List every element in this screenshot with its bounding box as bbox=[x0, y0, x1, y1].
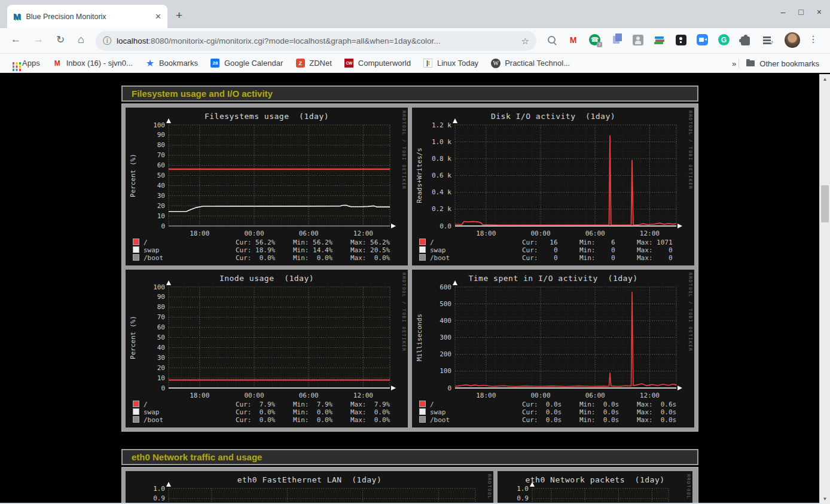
legend-swatch-icon bbox=[419, 246, 426, 253]
section-title: eth0 Network traffic and usage bbox=[132, 452, 262, 462]
books-icon[interactable] bbox=[653, 33, 666, 46]
legend-max: Max: 0.6s bbox=[637, 401, 694, 408]
svg-text:12:00: 12:00 bbox=[353, 392, 373, 399]
legend-row: /bootCur: 0Min: 0Max: 0 bbox=[419, 254, 692, 262]
series-swap bbox=[169, 205, 390, 211]
star-icon: ★ bbox=[145, 59, 155, 68]
legend-name: swap bbox=[419, 408, 522, 416]
browser-tab[interactable]: M Blue Precision Monitorix ✕ bbox=[7, 5, 167, 28]
legend-cur: Cur: 0.0% bbox=[236, 408, 293, 416]
rrdtool-credit: RRDTOOL / TOBI OETIKER bbox=[686, 474, 691, 504]
section-header: Filesystem usage and I/O activity bbox=[121, 85, 698, 102]
svg-text:100: 100 bbox=[153, 283, 165, 291]
legend-min: Min: 0.0s bbox=[579, 408, 637, 416]
svg-text:0.6 k: 0.6 k bbox=[432, 172, 451, 179]
svg-text:100: 100 bbox=[440, 367, 451, 375]
x-axis-arrow-icon bbox=[678, 224, 682, 228]
grammarly-icon[interactable]: G bbox=[718, 33, 730, 46]
legend-swatch-icon bbox=[419, 254, 426, 261]
legend-min: Min: 0.0s bbox=[579, 416, 637, 424]
person-icon[interactable] bbox=[631, 33, 644, 46]
calendar-icon: 28 bbox=[210, 59, 220, 68]
legend-min: Min: 0 bbox=[579, 254, 637, 262]
svg-text:06:00: 06:00 bbox=[299, 392, 319, 399]
bookmark-item[interactable]: Apps bbox=[8, 59, 40, 68]
folder-icon bbox=[746, 60, 755, 66]
svg-text:1.0: 1.0 bbox=[517, 485, 529, 493]
svg-text:Percent (%): Percent (%) bbox=[129, 316, 137, 359]
bookmark-item[interactable]: MInbox (16) - sjvn0... bbox=[53, 59, 133, 68]
bookmark-label: Apps bbox=[22, 59, 40, 68]
playlist-icon[interactable] bbox=[761, 33, 773, 46]
svg-text:18:00: 18:00 bbox=[476, 230, 496, 237]
svg-text:40: 40 bbox=[157, 182, 165, 190]
copy-icon[interactable] bbox=[610, 33, 622, 46]
svg-text:12:00: 12:00 bbox=[353, 230, 373, 237]
page-info-icon[interactable]: ⓘ bbox=[103, 36, 111, 47]
gmail-icon[interactable]: M bbox=[567, 33, 579, 46]
bookmark-item[interactable]: ZZDNet bbox=[295, 59, 332, 68]
new-tab-button[interactable]: + bbox=[176, 9, 182, 22]
tab-close-icon[interactable]: ✕ bbox=[155, 12, 161, 21]
svg-text:30: 30 bbox=[157, 354, 165, 362]
browser-menu-icon[interactable]: ⋮ bbox=[808, 33, 818, 45]
bookmark-star-icon[interactable]: ☆ bbox=[521, 36, 529, 47]
other-bookmarks-button[interactable]: Other bookmarks bbox=[759, 59, 819, 68]
bookmark-item[interactable]: WPractical Technol... bbox=[491, 59, 570, 68]
svg-text:500: 500 bbox=[440, 300, 451, 308]
vertical-scrollbar[interactable]: ▲ ▼ bbox=[819, 74, 830, 504]
svg-text:06:00: 06:00 bbox=[585, 392, 605, 399]
svg-text:18:00: 18:00 bbox=[476, 392, 496, 399]
svg-text:20: 20 bbox=[157, 364, 165, 372]
legend-cur: Cur: 0 bbox=[522, 246, 579, 254]
maximize-button[interactable]: □ bbox=[798, 7, 803, 17]
legend-min: Min: 14.4% bbox=[293, 246, 350, 254]
chart-title: Time spent in I/O activity (1day) bbox=[412, 274, 694, 283]
scroll-down-arrow-icon[interactable]: ▼ bbox=[820, 496, 830, 502]
back-button[interactable]: ← bbox=[11, 33, 21, 45]
bookmark-item[interactable]: CWComputerworld bbox=[344, 59, 411, 68]
svg-text:40: 40 bbox=[157, 344, 165, 352]
bookmarks-overflow-chevron[interactable]: » bbox=[732, 59, 736, 68]
legend-row: /Cur: 56.2%Min: 56.2%Max: 56.2% bbox=[133, 239, 405, 246]
scrollbar-thumb[interactable] bbox=[821, 185, 829, 222]
legend-swatch-icon bbox=[133, 254, 139, 261]
zdnet-icon: Z bbox=[295, 59, 305, 68]
scroll-up-arrow-icon[interactable]: ▲ bbox=[820, 77, 830, 82]
legend-row: /Cur: 16Min: 6Max: 1071 bbox=[419, 239, 692, 246]
url-host: localhost bbox=[117, 36, 148, 45]
legend-min: Min: 6 bbox=[579, 239, 637, 246]
chart-legend: /Cur: 16Min: 6Max: 1071swapCur: 0Min: 0M… bbox=[419, 239, 692, 262]
bookmark-item[interactable]: |tLinux Today bbox=[423, 59, 478, 68]
svg-text:0.2 k: 0.2 k bbox=[432, 205, 451, 213]
svg-text:20: 20 bbox=[157, 202, 165, 210]
url-text[interactable]: localhost:8080/monitorix-cgi/monitorix.c… bbox=[117, 36, 521, 45]
legend-name: /boot bbox=[133, 416, 236, 424]
bookmark-item[interactable]: ★Bookmarks bbox=[145, 59, 198, 68]
svg-text:1.0 k: 1.0 k bbox=[432, 138, 451, 146]
reload-button[interactable]: ↻ bbox=[56, 33, 65, 46]
legend-max: Max: 7.9% bbox=[350, 401, 408, 408]
svg-text:00:00: 00:00 bbox=[244, 392, 264, 399]
address-bar[interactable]: ⓘ localhost:8080/monitorix-cgi/monitorix… bbox=[96, 31, 536, 51]
svg-text:00:00: 00:00 bbox=[530, 230, 550, 237]
legend-max: Max: 0.0s bbox=[637, 408, 694, 416]
close-button[interactable]: × bbox=[817, 7, 822, 17]
forward-button[interactable]: → bbox=[33, 33, 44, 45]
voice-icon[interactable]: ☎ bbox=[588, 33, 601, 46]
rrdtool-credit: RRDTOOL / TOBI OETIKER bbox=[487, 474, 492, 504]
svg-text:80: 80 bbox=[157, 303, 165, 311]
svg-text:60: 60 bbox=[157, 323, 165, 331]
camera-icon[interactable] bbox=[696, 33, 709, 46]
lamp-icon[interactable] bbox=[675, 33, 687, 46]
bookmark-label: Practical Technol... bbox=[505, 59, 570, 68]
svg-text:50: 50 bbox=[157, 334, 165, 341]
extensions-row: M☎G bbox=[545, 33, 773, 46]
profile-avatar[interactable] bbox=[785, 32, 800, 48]
bookmark-item[interactable]: 28Google Calendar bbox=[210, 59, 283, 68]
search-icon[interactable] bbox=[545, 33, 558, 46]
legend-row: swapCur: 18.9%Min: 14.4%Max: 20.5% bbox=[133, 246, 405, 254]
minimize-button[interactable]: – bbox=[781, 7, 786, 17]
home-button[interactable]: ⌂ bbox=[78, 33, 84, 46]
puzzle-icon[interactable] bbox=[739, 33, 752, 46]
